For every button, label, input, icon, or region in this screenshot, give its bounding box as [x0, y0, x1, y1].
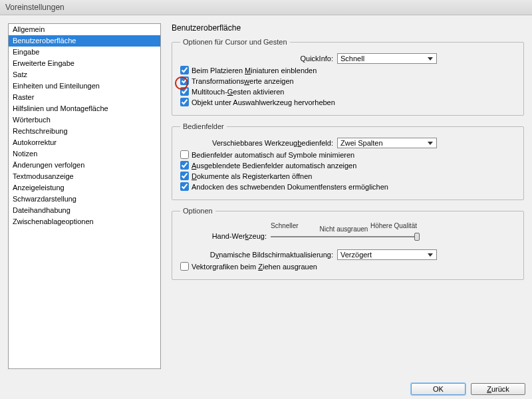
sidebar-item-1[interactable]: Benutzeroberfläche — [9, 35, 160, 47]
slider-label-left: Schneller — [271, 222, 299, 229]
main-panel: Benutzeroberfläche Optionen für Cursor u… — [172, 23, 524, 369]
sidebar-item-11[interactable]: Notizen — [9, 148, 160, 160]
sidebar-item-2[interactable]: Eingabe — [9, 47, 160, 58]
cb-thumbnails[interactable]: Beim Platzieren Miniaturen einblenden — [180, 66, 317, 74]
page-title: Benutzeroberfläche — [172, 23, 524, 33]
cb-transform-values[interactable]: Transformationswerte anzeigen — [180, 76, 294, 85]
hand-tool-slider[interactable]: Nicht ausgrauen — [271, 236, 417, 237]
ok-button[interactable]: OK — [411, 383, 466, 395]
cb-docs-tabs[interactable]: Dokumente als Registerkarten öffnen — [180, 172, 312, 180]
cb-auto-collapse-input[interactable] — [180, 150, 189, 159]
sidebar-item-4[interactable]: Satz — [9, 69, 160, 80]
group-panels-legend: Bedienfelder — [180, 122, 227, 130]
sidebar-item-7[interactable]: Hilfslinien und Montagefläche — [9, 103, 160, 114]
window-title: Voreinstellungen — [0, 0, 532, 15]
cb-dock-floating[interactable]: Andocken des schwebenden Dokumentfenster… — [180, 182, 388, 191]
cb-auto-show-hidden[interactable]: Ausgeblendete Bedienfelder automatisch a… — [180, 161, 356, 170]
content-area: AllgemeinBenutzeroberflächeEingabeErweit… — [0, 15, 532, 377]
cb-thumbnails-input[interactable] — [180, 66, 189, 74]
dyn-update-select[interactable]: Verzögert — [337, 249, 437, 260]
sidebar-item-6[interactable]: Raster — [9, 92, 160, 103]
sidebar-item-0[interactable]: Allgemein — [9, 24, 160, 35]
tools-panel-label: Verschiebbares Werkzeugbedienfeld: — [180, 139, 333, 147]
group-panels: Bedienfelder Verschiebbares Werkzeugbedi… — [172, 122, 524, 200]
sidebar-item-12[interactable]: Änderungen verfolgen — [9, 160, 160, 171]
cb-greek-vector[interactable]: Vektorgrafiken beim Ziehen ausgrauen — [180, 262, 317, 271]
cb-transform-values-input[interactable] — [180, 76, 189, 85]
sidebar-item-15[interactable]: Schwarzdarstellung — [9, 194, 160, 205]
cb-highlight-object[interactable]: Objekt unter Auswahlwerkzeug hervorheben — [180, 98, 335, 106]
slider-tick-label: Nicht ausgrauen — [320, 225, 368, 233]
sidebar-item-9[interactable]: Rechtschreibung — [9, 126, 160, 137]
quickinfo-select[interactable]: Schnell — [337, 53, 437, 64]
cb-auto-collapse[interactable]: Bedienfelder automatisch auf Symbole min… — [180, 150, 354, 159]
tools-panel-select[interactable]: Zwei Spalten — [337, 138, 437, 148]
sidebar-item-13[interactable]: Textmodusanzeige — [9, 171, 160, 182]
hand-tool-label: Hand-Werkzeug: — [180, 232, 267, 240]
dyn-update-label: Dynamische Bildschirmaktualisierung: — [180, 251, 333, 259]
sidebar-item-16[interactable]: Dateihandhabung — [9, 205, 160, 216]
group-options: Optionen Hand-Werkzeug: Schneller Höhere… — [172, 207, 524, 280]
slider-thumb[interactable] — [414, 233, 420, 241]
cb-docs-tabs-input[interactable] — [180, 172, 189, 180]
group-cursor-gestures: Optionen für Cursor und Gesten QuickInfo… — [172, 38, 524, 116]
back-button[interactable]: Zurück — [471, 383, 525, 395]
cb-auto-show-hidden-input[interactable] — [180, 161, 189, 170]
cb-greek-vector-input[interactable] — [180, 262, 189, 271]
cb-multitouch-input[interactable] — [180, 87, 189, 96]
dialog-footer: OK Zurück — [404, 379, 532, 399]
quickinfo-label: QuickInfo: — [180, 55, 333, 63]
cb-multitouch[interactable]: Multitouch-Gesten aktivieren — [180, 87, 284, 96]
slider-label-right: Höhere Qualität — [370, 222, 417, 229]
sidebar-item-5[interactable]: Einheiten und Einteilungen — [9, 80, 160, 92]
group-cursor-legend: Optionen für Cursor und Gesten — [180, 38, 290, 46]
sidebar-item-10[interactable]: Autokorrektur — [9, 137, 160, 148]
group-options-legend: Optionen — [180, 207, 215, 215]
sidebar-item-3[interactable]: Erweiterte Eingabe — [9, 58, 160, 69]
sidebar-item-8[interactable]: Wörterbuch — [9, 114, 160, 126]
cb-highlight-object-input[interactable] — [180, 98, 189, 106]
sidebar-item-14[interactable]: Anzeigeleistung — [9, 182, 160, 194]
sidebar-item-17[interactable]: Zwischenablageoptionen — [9, 216, 160, 227]
cb-dock-floating-input[interactable] — [180, 182, 189, 191]
category-sidebar: AllgemeinBenutzeroberflächeEingabeErweit… — [8, 23, 161, 369]
